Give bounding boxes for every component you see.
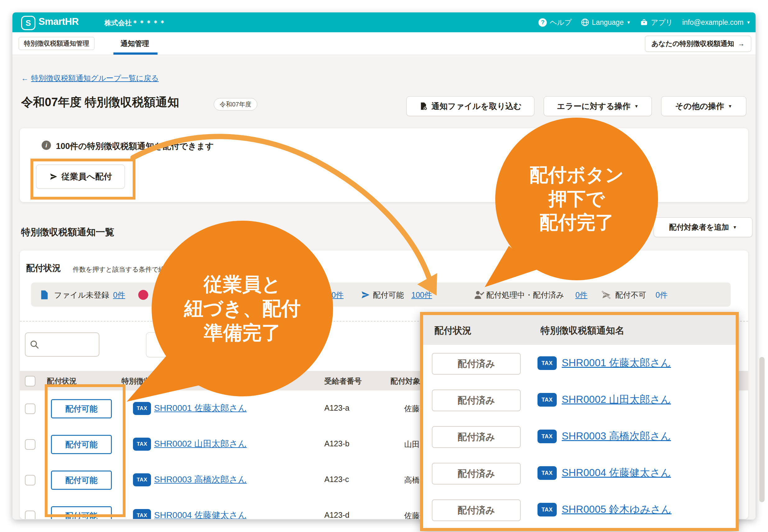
list-section-heading: 特別徴収税額通知一覧 xyxy=(21,226,114,239)
notice-link[interactable]: SHR0005 鈴木ゆみさん xyxy=(562,503,671,516)
tab-bar: 特別徴収税額通知管理 通知管理 あなたの特別徴収税額通知 → xyxy=(12,32,756,55)
search-icon xyxy=(30,340,39,349)
filter-label-undistributable: 配付不可 xyxy=(615,290,646,300)
company-name: 株式会社＊＊＊＊＊ xyxy=(104,18,166,28)
recipient-number: A123-c xyxy=(324,475,349,484)
tax-icon: TAX xyxy=(133,438,151,451)
chevron-down-icon: ▼ xyxy=(626,20,631,25)
brand-name: SmartHR xyxy=(38,16,79,27)
zoom-overlay-panel: 配付状況 特別徴収税額通知名 配付済み TAX SHR0001 佐藤太郎さん 配… xyxy=(420,312,739,531)
smarthr-logo-icon: S xyxy=(21,16,35,30)
filter-count-distributed[interactable]: 0件 xyxy=(575,290,588,300)
help-link[interactable]: ? ヘルプ xyxy=(538,18,571,27)
status-filter-bar: ファイル未登録 0件 所が不一致 0件 配付可能 100件 配付処理中・配付済み… xyxy=(31,282,731,307)
status-badge-done: 配付済み xyxy=(432,426,521,448)
filter-count-address-mismatch[interactable]: 0件 xyxy=(332,290,344,300)
scrollbar-thumb[interactable] xyxy=(759,357,765,502)
arrow-right-icon: → xyxy=(738,40,745,48)
file-icon xyxy=(40,290,48,300)
tax-icon: TAX xyxy=(537,430,557,443)
col-notice-name: 特別徴収税額通知名 xyxy=(121,376,188,386)
apps-menu[interactable]: アプリ xyxy=(640,18,673,27)
notice-link[interactable]: SHR0004 佐藤健太さん xyxy=(562,466,671,480)
apps-label: アプリ xyxy=(651,18,673,27)
overlay-col-status: 配付状況 xyxy=(434,324,472,337)
file-plus-icon xyxy=(419,102,428,110)
help-label: ヘルプ xyxy=(549,18,571,27)
paper-plane-crossed-icon xyxy=(601,290,611,300)
filter-unlinked-icon xyxy=(138,290,148,300)
tax-icon: TAX xyxy=(537,503,557,516)
add-target-button[interactable]: 配付対象者を追加 ▼ xyxy=(654,217,752,237)
row-checkbox[interactable] xyxy=(25,404,35,414)
notice-link[interactable]: SHR0004 佐藤健太さん xyxy=(154,509,247,519)
arrow-left-icon: ← xyxy=(21,74,29,82)
tax-icon: TAX xyxy=(537,356,557,370)
row-checkbox[interactable] xyxy=(25,511,35,519)
notice-link[interactable]: SHR0003 高橋次郎さん xyxy=(154,474,247,485)
notice-link[interactable]: SHR0001 佐藤太郎さん xyxy=(562,356,671,370)
other-actions-button[interactable]: その他の操作 ▼ xyxy=(661,96,746,116)
annotation-bubble-left: 従業員と 紐づき、配付 準備完了 xyxy=(151,221,333,396)
search-input[interactable] xyxy=(42,335,96,354)
global-nav: ? ヘルプ Language ▼ アプリ xyxy=(538,12,751,32)
col-recipient-number: 受給者番号 xyxy=(324,376,362,386)
chevron-down-icon: ▼ xyxy=(733,225,737,229)
filter-label-file-unregistered: ファイル未登録 xyxy=(54,290,109,300)
status-badge-done: 配付済み xyxy=(432,390,521,411)
filter-label-distributable: 配付可能 xyxy=(373,290,404,300)
filter-count-distributable[interactable]: 100件 xyxy=(411,290,432,300)
annotation-bubble-right: 配付ボタン 押下で 配付完了 xyxy=(495,118,658,280)
page-title: 令和07年度 特別徴収税額通知 xyxy=(21,94,179,110)
filter-count-undistributable[interactable]: 0件 xyxy=(656,290,668,300)
search-box xyxy=(25,332,99,357)
account-email: info@example.com xyxy=(682,18,743,27)
person-check-icon xyxy=(474,290,484,300)
language-menu[interactable]: Language ▼ xyxy=(581,18,631,27)
recipient-number: A123-b xyxy=(324,439,350,448)
error-actions-button[interactable]: エラーに対する操作 ▼ xyxy=(544,96,652,116)
recipient-number: A123-d xyxy=(324,511,350,519)
global-header: S SmartHR 株式会社＊＊＊＊＊ ? ヘルプ Language ▼ xyxy=(12,12,756,32)
notice-link[interactable]: SHR0003 高橋次郎さん xyxy=(562,429,671,443)
notice-link[interactable]: SHR0001 佐藤太郎さん xyxy=(154,402,247,414)
overlay-row: 配付済み TAX SHR0003 高橋次郎さん xyxy=(423,418,736,455)
tax-icon: TAX xyxy=(537,466,557,480)
notice-link[interactable]: SHR0002 山田太郎さん xyxy=(154,438,247,450)
select-all-checkbox[interactable] xyxy=(25,376,35,386)
overlay-col-notice-name: 特別徴収税額通知名 xyxy=(540,324,625,337)
year-badge: 令和07年度 xyxy=(214,98,257,110)
chevron-down-icon: ▼ xyxy=(746,20,751,25)
info-icon: i xyxy=(42,141,51,150)
overlay-row: 配付済み TAX SHR0001 佐藤太郎さん xyxy=(423,345,736,382)
active-tab-underline xyxy=(113,52,157,55)
overlay-table-header: 配付状況 特別徴収税額通知名 xyxy=(423,315,736,345)
tax-icon: TAX xyxy=(133,473,151,486)
back-link[interactable]: ←特別徴収税額通知グループ一覧に戻る xyxy=(21,73,159,83)
status-badge-done: 配付済み xyxy=(432,499,521,521)
globe-icon xyxy=(581,18,589,26)
row-checkbox[interactable] xyxy=(25,475,35,485)
highlight-distribute-button xyxy=(30,159,135,200)
tax-icon: TAX xyxy=(133,509,151,519)
notice-link[interactable]: SHR0002 山田太郎さん xyxy=(562,393,671,407)
your-notice-button[interactable]: あなたの特別徴収税額通知 → xyxy=(645,36,751,52)
paper-plane-icon xyxy=(360,290,370,300)
filter-count-file-unregistered[interactable]: 0件 xyxy=(113,290,125,300)
recipient-number: A123-a xyxy=(324,404,350,413)
overlay-row: 配付済み TAX SHR0002 山田太郎さん xyxy=(423,381,736,418)
status-badge-done: 配付済み xyxy=(432,353,521,375)
distribute-info-message: 100件の特別徴収税額通知を配付できます xyxy=(56,141,214,152)
row-checkbox[interactable] xyxy=(25,439,35,450)
tab-notice-management[interactable]: 特別徴収税額通知管理 xyxy=(19,37,94,50)
highlight-status-column xyxy=(45,384,125,517)
briefcase-icon xyxy=(640,18,648,26)
help-icon: ? xyxy=(538,18,547,27)
account-menu[interactable]: info@example.com ▼ xyxy=(682,18,751,27)
status-panel-heading: 配付状況 xyxy=(26,262,61,274)
language-label: Language xyxy=(592,18,624,27)
tab-notification-management[interactable]: 通知管理 xyxy=(120,39,149,48)
status-badge-done: 配付済み xyxy=(432,463,521,485)
import-file-button[interactable]: 通知ファイルを取り込む xyxy=(406,96,534,116)
filter-label-distributed: 配付処理中・配付済み xyxy=(486,290,564,300)
